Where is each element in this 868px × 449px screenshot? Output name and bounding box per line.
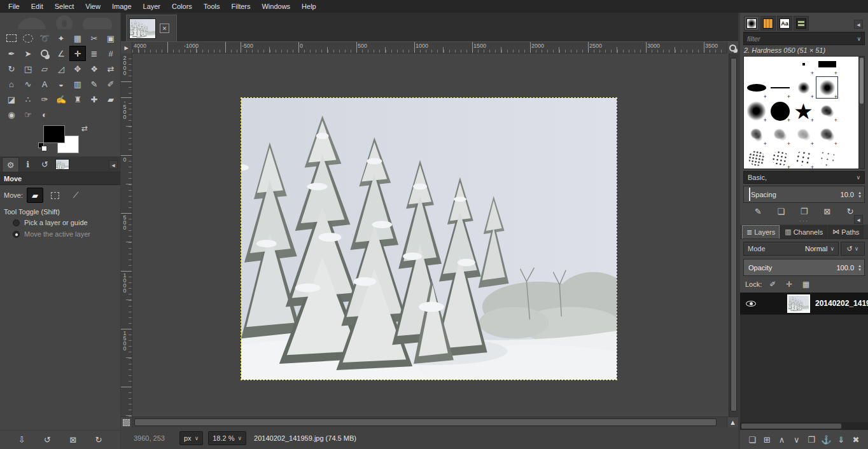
brush-empty-b[interactable] [768, 56, 792, 76]
close-icon[interactable]: ✕ [160, 24, 169, 33]
tool-scissors-select[interactable]: ✂ [86, 31, 102, 46]
layer-name[interactable]: 20140202_141959.jpg [815, 299, 868, 308]
action-duplicate-brush[interactable]: ❐ [797, 205, 811, 218]
swap-colors-icon[interactable]: ⇄ [81, 124, 88, 133]
menu-item-select[interactable]: Select [49, 1, 80, 12]
tab-device-status[interactable]: ℹ [19, 157, 36, 172]
action-restore-preset[interactable]: ↺ [40, 434, 54, 446]
menu-item-help[interactable]: Help [296, 1, 322, 12]
navigation-button[interactable]: ▲ [727, 417, 738, 427]
action-duplicate-layer[interactable]: ❐ [804, 433, 818, 446]
lock-lock-alpha[interactable]: ▦ [800, 279, 811, 290]
move-path-button[interactable]: ⟋ [67, 188, 84, 203]
tool-ink[interactable]: ✑ [36, 92, 53, 107]
canvas-image[interactable] [241, 97, 617, 380]
mode-group-switch-button[interactable]: ↺ ∨ [841, 242, 865, 256]
tool-warp-transform[interactable]: ∿ [20, 76, 36, 92]
brush-filter-input[interactable] [744, 35, 857, 43]
tool-text[interactable]: A [36, 76, 53, 92]
brush-scrollbar[interactable] [858, 57, 864, 169]
tool-crop[interactable]: # [102, 46, 119, 61]
visibility-toggle[interactable] [740, 301, 762, 307]
action-raise-layer[interactable]: ∧ [775, 433, 789, 446]
tool-select-by-color[interactable]: ▦ [69, 31, 86, 46]
tool-fuzzy-select[interactable]: ✦ [53, 31, 69, 46]
action-save-preset[interactable]: ⇩ [15, 434, 29, 446]
opacity-slider[interactable]: Opacity 100.0 ▴ ▾ [743, 259, 865, 276]
tool-foreground-select[interactable]: ▣ [102, 31, 119, 46]
tool-eraser[interactable]: ◪ [3, 92, 20, 107]
action-reset-options[interactable]: ↻ [92, 434, 106, 446]
action-anchor-layer[interactable]: ⚓ [819, 433, 833, 446]
tab-brushes[interactable] [744, 16, 759, 31]
menu-item-layer[interactable]: Layer [137, 1, 167, 12]
vertical-scrollbar[interactable] [729, 53, 738, 417]
menu-item-filters[interactable]: Filters [226, 1, 256, 12]
radio-move-active-layer[interactable]: Move the active layer [0, 228, 120, 240]
collapse-dock-button[interactable]: ◂ [109, 160, 118, 169]
brush-hardness-050[interactable] [815, 76, 839, 99]
brush-block[interactable] [815, 56, 839, 76]
tool-align[interactable]: ≣ [86, 46, 102, 61]
brush-acrylic-04[interactable] [792, 123, 815, 146]
action-new-layer[interactable]: ❏ [745, 433, 759, 446]
horizontal-scrollbar-thumb[interactable] [134, 418, 717, 426]
tool-paths[interactable]: ✒ [3, 46, 20, 61]
brush-splat-01[interactable] [815, 123, 839, 146]
menu-item-view[interactable]: View [80, 1, 106, 12]
brush-splat-02[interactable] [745, 146, 768, 169]
tool-scale[interactable]: ◳ [20, 61, 36, 76]
tool-measure[interactable]: ∠ [53, 46, 69, 61]
menu-item-colors[interactable]: Colors [166, 1, 198, 12]
tool-dodge-burn[interactable]: ◐ [36, 107, 53, 122]
brush-sparks-02[interactable] [792, 146, 815, 169]
zoom-dropdown[interactable]: 18.2 % ∨ [208, 431, 246, 445]
brush-star[interactable]: ★ [792, 99, 815, 123]
vertical-scrollbar-thumb[interactable] [731, 58, 737, 411]
brush-line[interactable] [768, 76, 792, 99]
ruler-menu-button[interactable]: ▶ [121, 42, 132, 53]
dock-drag-handle[interactable]: ··· [740, 219, 868, 224]
tab-undo-history[interactable]: ↺ [36, 157, 53, 172]
menu-item-image[interactable]: Image [106, 1, 137, 12]
vertical-ruler[interactable]: ▶ -5000500100015002000 [121, 53, 132, 417]
quick-mask-button[interactable] [121, 417, 132, 427]
action-new-group[interactable]: ⊞ [760, 433, 774, 446]
tab-patterns[interactable] [760, 16, 776, 31]
brush-group-dropdown[interactable]: Basic, ∨ [743, 171, 865, 184]
collapse-dock-button[interactable]: ◂ [854, 20, 863, 29]
horizontal-scrollbar[interactable] [132, 417, 727, 427]
tool-mypaint-brush[interactable]: ✍ [53, 92, 69, 107]
foreground-color-swatch[interactable] [43, 125, 65, 143]
tab-palettes[interactable] [794, 16, 809, 31]
brush-sparks-01[interactable] [768, 146, 792, 169]
tab-paths[interactable]: ⋈ Paths [828, 225, 864, 238]
layers-scrollbar-thumb[interactable] [741, 424, 841, 429]
brush-acrylic-03[interactable] [768, 123, 792, 146]
radio-pick-layer-or-guide[interactable]: Pick a layer or guide [0, 217, 120, 228]
tool-rotate[interactable]: ↻ [3, 61, 20, 76]
spacing-spinner[interactable]: ▴ ▾ [857, 191, 863, 198]
tool-airbrush[interactable]: ∴ [20, 92, 36, 107]
tab-fonts[interactable]: Aa [777, 16, 792, 31]
brush-dots-small[interactable] [815, 146, 839, 169]
layer-row-selected[interactable]: 20140202_141959.jpg [740, 293, 868, 314]
brush-empty-a[interactable] [745, 56, 768, 76]
default-colors-icon[interactable] [38, 142, 44, 148]
tab-image-thumbnail[interactable] [53, 157, 71, 172]
collapse-dock-button[interactable]: ◂ [854, 215, 863, 224]
brush-hardness-075[interactable] [745, 99, 768, 123]
brush-hardness-025[interactable] [792, 76, 815, 99]
brush-oblong[interactable] [745, 76, 768, 99]
menu-item-windows[interactable]: Windows [256, 1, 296, 12]
tool-rectangle-select[interactable] [3, 31, 20, 46]
canvas-viewport[interactable] [132, 53, 729, 417]
tool-ellipse-select[interactable] [20, 31, 36, 46]
action-delete-layer[interactable]: ✖ [849, 433, 863, 446]
tool-gradient[interactable]: ▥ [69, 76, 86, 92]
brush-acrylic-01[interactable] [815, 99, 839, 123]
lock-lock-position[interactable]: ✛ [783, 279, 795, 290]
action-edit-brush[interactable]: ✎ [751, 205, 765, 218]
menu-item-file[interactable]: File [3, 1, 25, 12]
action-delete-brush[interactable]: ⊠ [820, 205, 834, 218]
